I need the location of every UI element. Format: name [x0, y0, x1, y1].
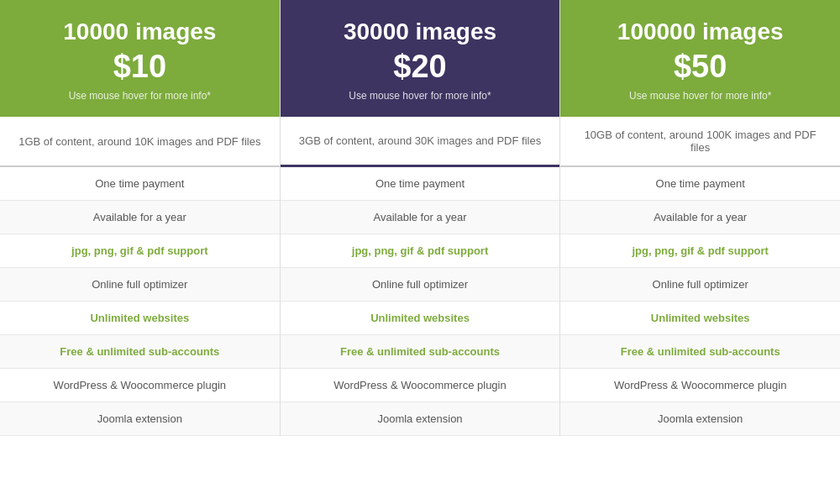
- feature-row-0-0: One time payment: [0, 167, 280, 201]
- plan-description-basic: 1GB of content, around 10K images and PD…: [0, 117, 280, 167]
- feature-row-0-7: Joomla extension: [0, 402, 280, 436]
- feature-row-2-3: Online full optimizer: [560, 268, 840, 302]
- plan-features-standard: 3GB of content, around 30K images and PD…: [281, 117, 560, 436]
- feature-row-1-5: Free & unlimited sub-accounts: [281, 335, 560, 369]
- feature-row-1-4: Unlimited websites: [281, 302, 560, 335]
- feature-row-2-5: Free & unlimited sub-accounts: [560, 335, 840, 369]
- feature-row-1-6: WordPress & Woocommerce plugin: [281, 369, 560, 402]
- plan-header-basic: 10000 images$10Use mouse hover for more …: [0, 0, 280, 117]
- feature-row-1-3: Online full optimizer: [281, 268, 560, 302]
- feature-row-0-2: jpg, png, gif & pdf support: [0, 234, 280, 268]
- plan-premium: 100000 images$50Use mouse hover for more…: [560, 0, 840, 436]
- feature-row-2-0: One time payment: [560, 167, 840, 201]
- feature-row-1-7: Joomla extension: [281, 402, 560, 436]
- feature-row-0-4: Unlimited websites: [0, 302, 280, 335]
- plan-features-premium: 10GB of content, around 100K images and …: [560, 117, 840, 436]
- feature-row-1-2: jpg, png, gif & pdf support: [281, 234, 560, 268]
- plan-hover-info-premium: Use mouse hover for more info*: [573, 90, 827, 102]
- plan-price-premium: $50: [573, 49, 827, 85]
- feature-row-1-0: One time payment: [281, 167, 560, 201]
- feature-row-2-1: Available for a year: [560, 201, 840, 234]
- pricing-table: 10000 images$10Use mouse hover for more …: [0, 0, 840, 436]
- plan-description-premium: 10GB of content, around 100K images and …: [560, 117, 840, 167]
- feature-row-2-4: Unlimited websites: [560, 302, 840, 335]
- feature-row-1-1: Available for a year: [281, 201, 560, 234]
- plan-header-premium: 100000 images$50Use mouse hover for more…: [560, 0, 840, 117]
- plan-standard: 30000 images$20Use mouse hover for more …: [281, 0, 561, 436]
- plan-images-basic: 10000 images: [13, 18, 267, 45]
- feature-row-2-2: jpg, png, gif & pdf support: [560, 234, 840, 268]
- plan-description-standard: 3GB of content, around 30K images and PD…: [281, 117, 560, 167]
- feature-row-0-1: Available for a year: [0, 201, 280, 234]
- plan-images-premium: 100000 images: [573, 18, 827, 45]
- plan-hover-info-standard: Use mouse hover for more info*: [293, 90, 548, 102]
- plan-price-basic: $10: [13, 49, 267, 85]
- feature-row-2-7: Joomla extension: [560, 402, 840, 436]
- plan-header-standard: 30000 images$20Use mouse hover for more …: [281, 0, 560, 117]
- feature-row-2-6: WordPress & Woocommerce plugin: [560, 369, 840, 402]
- feature-row-0-6: WordPress & Woocommerce plugin: [0, 369, 280, 402]
- feature-row-0-3: Online full optimizer: [0, 268, 280, 302]
- plan-hover-info-basic: Use mouse hover for more info*: [13, 90, 267, 102]
- plan-images-standard: 30000 images: [293, 18, 548, 45]
- plan-price-standard: $20: [293, 49, 548, 85]
- plan-basic: 10000 images$10Use mouse hover for more …: [0, 0, 281, 436]
- plan-features-basic: 1GB of content, around 10K images and PD…: [0, 117, 280, 436]
- feature-row-0-5: Free & unlimited sub-accounts: [0, 335, 280, 369]
